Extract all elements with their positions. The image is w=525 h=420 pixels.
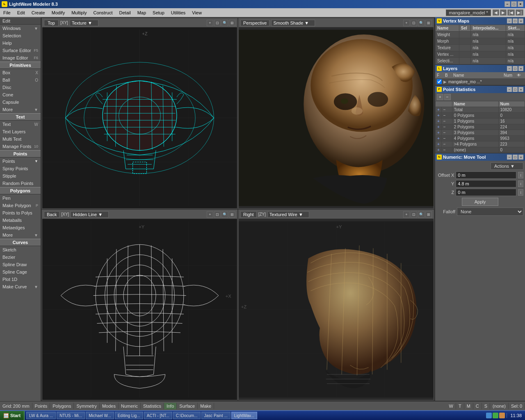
- ps-3poly-minus[interactable]: −: [441, 130, 452, 136]
- ps-none-plus[interactable]: +: [436, 147, 442, 153]
- ps-2poly-minus[interactable]: −: [441, 124, 452, 130]
- viewport-right-label[interactable]: Right: [240, 211, 257, 218]
- numeric-falloff-dropdown[interactable]: None Linear Ease In Ease Out: [457, 208, 523, 216]
- ps-g4poly-plus[interactable]: +: [436, 142, 442, 147]
- vp-r-grid-icon[interactable]: ⊞: [425, 211, 432, 218]
- numeric-offset-x-input[interactable]: [456, 171, 516, 179]
- maximize-button[interactable]: □: [511, 1, 517, 7]
- viewport-back-content[interactable]: +Y +X: [42, 219, 237, 400]
- numeric-offset-x-btn[interactable]: ↕: [518, 172, 523, 178]
- status-symmetry[interactable]: Symmetry: [74, 403, 100, 409]
- vm-row-vertex[interactable]: Vertex ...n/an/a: [436, 51, 525, 58]
- sidebar-item-more-polygons[interactable]: More▼: [0, 231, 41, 239]
- ps-1poly-minus[interactable]: −: [441, 119, 452, 124]
- layers-minimize-btn[interactable]: −: [507, 66, 512, 71]
- vp-b-expand-icon[interactable]: +: [207, 211, 213, 218]
- sidebar-item-points[interactable]: Points▼: [0, 158, 41, 165]
- sidebar-item-stipple[interactable]: Stipple: [0, 172, 41, 180]
- ps-3poly-plus[interactable]: +: [436, 130, 442, 136]
- sidebar-item-manage-fonts[interactable]: Manage Fonts10: [0, 143, 41, 150]
- num-maximize-btn[interactable]: □: [513, 155, 518, 160]
- vm-row-texture[interactable]: Texturen/an/a: [436, 45, 525, 51]
- viewport-back-mode[interactable]: [XY]: [61, 212, 69, 217]
- layers-winctrls[interactable]: − □ ×: [507, 66, 523, 71]
- ps-maximize-btn[interactable]: □: [513, 87, 518, 92]
- layers-close-btn[interactable]: ×: [518, 66, 523, 71]
- viewport-top[interactable]: Top [XY] Texture ▼ + ⊡ 🔍 ⊞: [42, 18, 237, 209]
- numeric-winctrls[interactable]: − □ ×: [507, 155, 523, 160]
- sidebar-item-sketch[interactable]: Sketch: [0, 246, 41, 253]
- nav-prev[interactable]: ◀: [493, 9, 499, 16]
- status-statistics[interactable]: Statistics: [141, 403, 164, 409]
- sidebar-item-bezier[interactable]: Bezier: [0, 253, 41, 261]
- menu-modify[interactable]: Modify: [48, 9, 68, 16]
- menu-setup[interactable]: Setup: [149, 9, 168, 16]
- sidebar-item-make-polygon[interactable]: Make PolygonP: [0, 202, 41, 209]
- sidebar-item-spline-draw[interactable]: Spline Draw: [0, 261, 41, 268]
- layer-fg-checkbox[interactable]: [437, 79, 442, 84]
- ps-row-g4poly[interactable]: + − >4 Polygons 223: [436, 142, 525, 147]
- taskbar-item-docs[interactable]: C:\Docum...: [173, 412, 201, 419]
- taskbar-item-acti[interactable]: ACTI - [NT...: [144, 412, 172, 419]
- viewport-perspective-label[interactable]: Perspective: [240, 20, 269, 26]
- num-minimize-btn[interactable]: −: [507, 155, 512, 160]
- viewport-top-label[interactable]: Top: [44, 20, 59, 26]
- ps-minus-btn[interactable]: −: [444, 94, 451, 100]
- viewport-back-label[interactable]: Back: [44, 211, 59, 218]
- menu-create[interactable]: Create: [28, 9, 48, 16]
- taskbar-item-lw[interactable]: LW & Aura ...: [26, 412, 56, 419]
- sidebar-item-help[interactable]: Help: [0, 39, 41, 47]
- close-button[interactable]: ×: [518, 1, 523, 7]
- numeric-apply-button[interactable]: Apply: [462, 198, 499, 206]
- viewport-back-render-dropdown[interactable]: Hidden Line ▼: [71, 211, 109, 218]
- ps-plus-btn[interactable]: +: [437, 94, 443, 100]
- vp-b-grid-icon[interactable]: ⊞: [229, 211, 235, 218]
- status-s[interactable]: S: [482, 403, 490, 409]
- menu-detail[interactable]: Detail: [116, 9, 134, 16]
- taskbar-item-ntus[interactable]: NTUS - Mi...: [57, 412, 85, 419]
- vp-p-fit-icon[interactable]: ⊡: [411, 20, 417, 26]
- ps-row-3poly[interactable]: + − 3 Polygons 394: [436, 130, 525, 136]
- ps-minimize-btn[interactable]: −: [507, 87, 512, 92]
- viewport-top-render-dropdown[interactable]: Texture ▼: [70, 20, 98, 26]
- point-stats-winctrls[interactable]: − □ ×: [507, 87, 523, 92]
- viewport-perspective-content[interactable]: [239, 27, 434, 208]
- sidebar-item-make-curve[interactable]: Make Curve▼: [0, 283, 41, 290]
- menu-edit[interactable]: Edit: [14, 9, 28, 16]
- status-modes[interactable]: Modes: [100, 403, 119, 409]
- vm-maximize-btn[interactable]: □: [513, 18, 518, 23]
- status-m[interactable]: M: [464, 403, 473, 409]
- vp-r-zoom-icon[interactable]: 🔍: [418, 211, 425, 218]
- ps-row-2poly[interactable]: + − 2 Polygons 224: [436, 124, 525, 130]
- status-surface[interactable]: Surface: [177, 403, 198, 409]
- sidebar-item-spline-cage[interactable]: Spline Cage: [0, 268, 41, 276]
- vm-row-weight[interactable]: Weightn/an/a: [436, 32, 525, 38]
- start-button[interactable]: 🪟 Start: [0, 411, 25, 420]
- taskbar-item-michael[interactable]: Michael W...: [86, 412, 114, 419]
- vm-close-btn[interactable]: ×: [518, 18, 523, 23]
- sidebar-item-more-primitives[interactable]: More▼: [0, 106, 41, 113]
- vp-r-fit-icon[interactable]: ⊡: [411, 211, 417, 218]
- sidebar-item-points-to-polys[interactable]: Points to Polys: [0, 209, 41, 217]
- status-c[interactable]: C: [473, 403, 482, 409]
- vp-fit-icon[interactable]: ⊡: [214, 20, 221, 26]
- viewport-right-content[interactable]: +Z +Y: [239, 219, 434, 400]
- ps-total-plus[interactable]: +: [436, 107, 442, 113]
- numeric-offset-y-btn[interactable]: ↕: [518, 180, 523, 187]
- ps-4poly-plus[interactable]: +: [436, 136, 442, 142]
- sidebar-item-disc[interactable]: Disc: [0, 84, 41, 91]
- viewport-top-mode[interactable]: [XY]: [60, 21, 68, 25]
- viewport-right-mode[interactable]: [ZY]: [258, 212, 266, 217]
- ps-0poly-minus[interactable]: −: [441, 113, 452, 119]
- sidebar-item-capsule[interactable]: Capsule: [0, 98, 41, 106]
- numeric-offset-z-input[interactable]: [456, 189, 516, 196]
- ps-row-4poly[interactable]: + − 4 Polygons 9963: [436, 136, 525, 142]
- viewport-top-content[interactable]: +Z: [42, 27, 237, 208]
- status-polygons[interactable]: Polygons: [50, 403, 74, 409]
- sidebar-item-windows[interactable]: Windows▼: [0, 25, 41, 32]
- vp-expand-icon[interactable]: +: [207, 20, 213, 26]
- menu-view[interactable]: View: [189, 9, 205, 16]
- vp-zoom-icon[interactable]: 🔍: [221, 20, 228, 26]
- ps-1poly-plus[interactable]: +: [436, 119, 442, 124]
- vm-minimize-btn[interactable]: −: [507, 18, 512, 23]
